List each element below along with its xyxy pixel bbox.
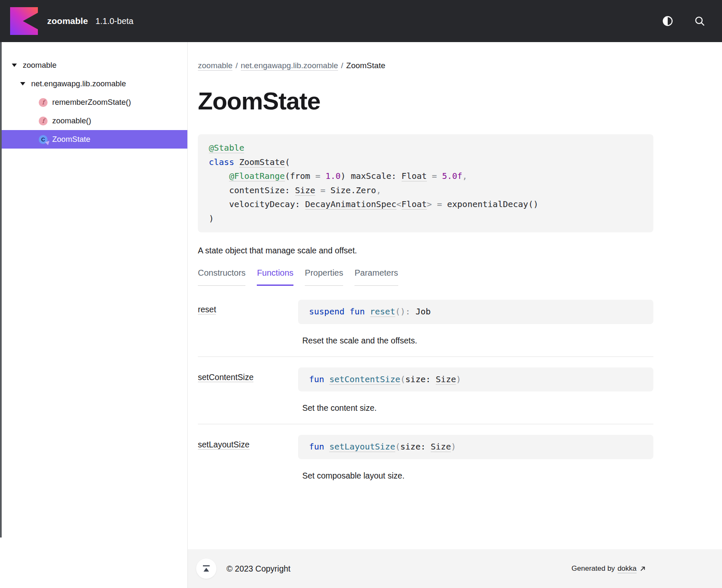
code-token: [209, 171, 229, 181]
search-icon[interactable]: [693, 15, 706, 27]
code-token: ,: [376, 185, 381, 195]
copyright-text: © 2023 Copyright: [226, 564, 290, 574]
type-link[interactable]: Size: [431, 442, 451, 452]
code-token: 1.0: [325, 171, 341, 181]
generated-by: Generated by dokka: [572, 564, 646, 573]
function-signature-code: suspend fun reset(): Job: [298, 300, 653, 324]
project-version: 1.1.0-beta: [96, 16, 133, 26]
class-icon-corner: [45, 139, 50, 145]
breadcrumb-separator: /: [235, 61, 237, 70]
code-token: =: [315, 185, 330, 195]
sidebar-item-label: zoomable(): [52, 116, 91, 125]
type-link[interactable]: DecayAnimationSpec: [305, 199, 397, 210]
code-token: ,: [462, 171, 467, 181]
functions-list: reset suspend fun reset(): Job Reset the…: [198, 289, 653, 492]
sidebar-item-label: rememberZoomState(): [52, 98, 131, 107]
class-icon: C: [39, 135, 48, 144]
code-token: (: [395, 442, 400, 452]
dokka-link[interactable]: dokka: [618, 564, 637, 573]
code-token: =: [310, 171, 325, 181]
function-description: Set the content size.: [302, 403, 653, 413]
function-icon-letter: f: [42, 117, 44, 124]
sidebar-item-package[interactable]: net.engawapg.lib.zoomable: [0, 74, 187, 93]
function-link[interactable]: reset: [370, 306, 395, 317]
code-token: from: [290, 171, 310, 181]
tab-properties[interactable]: Properties: [305, 268, 343, 286]
breadcrumb-link-module[interactable]: zoomable: [198, 61, 232, 71]
function-signature-code: fun setLayoutSize(size: Size): [298, 435, 653, 459]
navbar-actions: [661, 15, 706, 27]
breadcrumb-separator: /: [341, 61, 343, 70]
code-token: ) maxScale:: [341, 171, 402, 181]
sidebar-scrollbar[interactable]: [0, 42, 2, 537]
page-title: ZoomState: [198, 87, 653, 115]
code-token: ): [456, 374, 461, 384]
main-content: zoomable / net.engawapg.lib.zoomable / Z…: [188, 42, 722, 588]
code-token: <: [397, 199, 402, 209]
sidebar-nav: zoomable net.engawapg.lib.zoomable f rem…: [0, 42, 188, 588]
code-token: exponentialDecay(): [447, 199, 538, 209]
sidebar-item-rememberzoomstate[interactable]: f rememberZoomState(): [0, 93, 187, 112]
breadcrumb-link-package[interactable]: net.engawapg.lib.zoomable: [241, 61, 338, 71]
annotation-link[interactable]: @Stable: [209, 143, 244, 153]
code-token: suspend fun: [309, 306, 370, 317]
caret-down-icon[interactable]: [20, 82, 25, 85]
code-token: ():: [395, 306, 416, 317]
function-signature-code: fun setContentSize(size: Size): [298, 367, 653, 392]
code-token: 5.0f: [442, 171, 462, 181]
function-row-reset: reset suspend fun reset(): Job Reset the…: [198, 289, 653, 357]
function-name-link[interactable]: setContentSize: [198, 372, 253, 382]
function-description: Reset the scale and the offsets.: [302, 336, 653, 346]
code-token: =: [427, 171, 442, 181]
function-name-link[interactable]: reset: [198, 305, 216, 314]
type-link[interactable]: Size: [436, 374, 456, 385]
theme-toggle-icon[interactable]: [661, 15, 674, 27]
code-token: [234, 157, 239, 167]
tab-parameters[interactable]: Parameters: [354, 268, 398, 286]
project-title: zoomable: [47, 16, 88, 26]
code-token: Job: [416, 306, 431, 317]
kotlin-logo-icon[interactable]: [10, 7, 38, 35]
function-icon: f: [39, 117, 48, 125]
breadcrumb-current: ZoomState: [346, 61, 385, 70]
sidebar-item-label: ZoomState: [52, 135, 91, 144]
function-icon-letter: f: [42, 99, 44, 106]
type-link[interactable]: Float: [402, 199, 427, 210]
sidebar-item-label: net.engawapg.lib.zoomable: [31, 79, 126, 88]
code-token: velocityDecay:: [209, 199, 305, 209]
code-token: contentSize:: [209, 185, 295, 195]
function-row-setcontentsize: setContentSize fun setContentSize(size: …: [198, 357, 653, 424]
type-link[interactable]: ZoomState: [239, 157, 285, 168]
code-token: (: [285, 171, 290, 181]
code-token: ): [451, 442, 456, 452]
code-token: (: [285, 157, 290, 167]
code-token: > =: [427, 199, 447, 209]
function-row-setlayoutsize: setLayoutSize fun setLayoutSize(size: Si…: [198, 424, 653, 492]
go-to-top-icon: [202, 565, 211, 572]
class-description: A state object that manage scale and off…: [198, 246, 653, 255]
type-link[interactable]: Float: [402, 171, 427, 181]
sidebar-item-label: zoomable: [23, 61, 56, 70]
code-token: size:: [405, 374, 436, 384]
external-link-icon[interactable]: [639, 565, 646, 572]
sidebar-item-zoomable-fn[interactable]: f zoomable(): [0, 112, 187, 130]
go-to-top-button[interactable]: [196, 559, 216, 579]
sidebar-item-zoomable-module[interactable]: zoomable: [0, 56, 187, 74]
class-declaration-code: @Stable class ZoomState( @FloatRange(fro…: [198, 134, 653, 232]
sidebar-item-zoomstate[interactable]: C ZoomState: [0, 130, 187, 149]
member-tabs: Constructors Functions Properties Parame…: [198, 268, 653, 286]
annotation-link[interactable]: @FloatRange: [229, 171, 285, 181]
type-link[interactable]: Size: [295, 185, 315, 196]
function-icon: f: [39, 98, 48, 107]
function-name-link[interactable]: setLayoutSize: [198, 440, 250, 450]
caret-down-icon[interactable]: [12, 64, 17, 67]
generated-by-label: Generated by: [572, 564, 615, 573]
class-icon-letter: C: [41, 136, 45, 143]
function-link[interactable]: setContentSize: [329, 374, 400, 385]
code-token: fun: [309, 374, 329, 384]
code-token: class: [209, 157, 234, 167]
function-link[interactable]: setLayoutSize: [329, 442, 395, 452]
breadcrumb: zoomable / net.engawapg.lib.zoomable / Z…: [198, 61, 653, 71]
tab-constructors[interactable]: Constructors: [198, 268, 245, 286]
tab-functions[interactable]: Functions: [257, 268, 293, 286]
